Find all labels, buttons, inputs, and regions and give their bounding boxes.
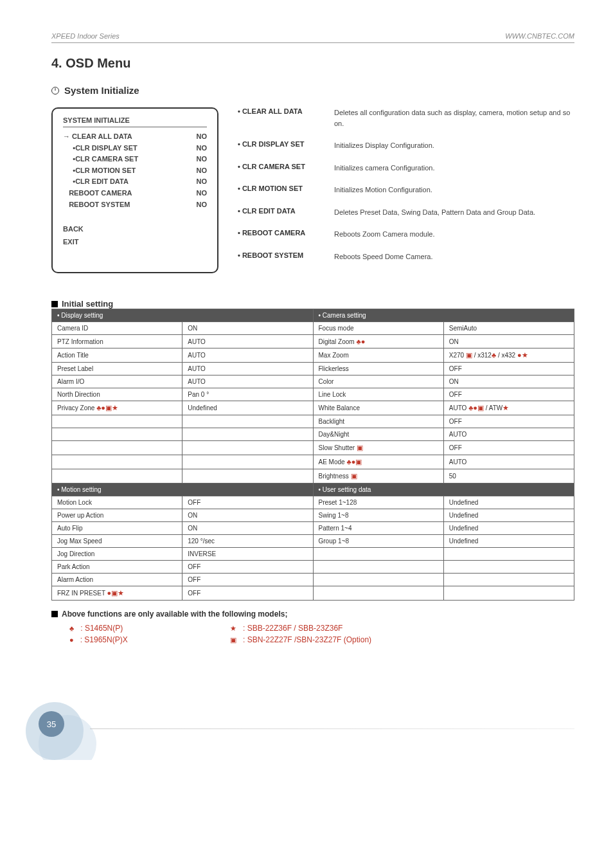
table-row: Alarm ActionOFF [52,574,574,586]
description-row: • CLEAR ALL DATADeletes all configuratio… [238,107,574,129]
table-row: North DirectionPan 0 °Line LockOFF [52,388,574,401]
osd-exit: EXIT [63,236,207,249]
table-row: Brightness ▣50 [52,469,574,484]
camera-header: • Camera setting [313,309,574,322]
osd-item: •CLR CAMERA SETNO [63,154,207,165]
osd-item: •CLR EDIT DATANO [63,176,207,188]
initial-setting-label: Initial setting [62,299,113,309]
osd-item: → CLEAR ALL DATANO [63,131,207,143]
motion-header: • Motion setting [52,484,314,496]
table-row: Park ActionOFF [52,561,574,574]
legend: ♣ : S1465N(P)★ : SBB-22Z36F / SBB-23Z36F… [69,624,574,644]
user-header: • User setting data [313,484,574,496]
description-row: • CLR EDIT DATADeletes Preset Data, Swin… [238,207,574,218]
section-title: System Initialize [51,85,574,96]
table-row: Preset LabelAUTOFlickerlessOFF [52,363,574,375]
page-header: XPEED Indoor Series WWW.CNBTEC.COM [51,32,574,43]
table-row: AE Mode ♣●▣AUTO [52,455,574,469]
page-title: 4. OSD Menu [51,56,574,71]
black-square-icon [51,301,58,307]
description-list: • CLEAR ALL DATADeletes all configuratio… [238,107,574,273]
osd-back: BACK [63,223,207,236]
osd-box-title: SYSTEM INITIALIZE [63,116,207,127]
table-row: Jog Max Speed120 °/secGroup 1~8Undefined [52,535,574,548]
section-label: System Initialize [64,85,139,96]
legend-row: ● : S1965N(P)X▣ : SBN-22Z27F /SBN-23Z27F… [69,635,574,644]
page-footer: 35 [51,702,574,741]
description-row: • CLR CAMERA SETInitializes camera Confi… [238,163,574,174]
table-row: BacklightOFF [52,415,574,428]
header-right: WWW.CNBTEC.COM [505,32,574,40]
osd-item: REBOOT SYSTEMNO [63,199,207,211]
table-row: Day&NightAUTO [52,428,574,441]
table-row: Action TitleAUTOMax ZoomX270 ▣ / x312♣ /… [52,348,574,363]
osd-item: •CLR MOTION SETNO [63,165,207,177]
description-row: • REBOOT CAMERAReboots Zoom Camera modul… [238,229,574,240]
legend-row: ♣ : S1465N(P)★ : SBB-22Z36F / SBB-23Z36F [69,624,574,633]
table-row: Motion LockOFFPreset 1~128Undefined [52,496,574,509]
footnote-text: Above functions are only available with … [62,610,287,619]
table-row: Privacy Zone ♣●▣★UndefinedWhite BalanceA… [52,401,574,415]
description-row: • REBOOT SYSTEMReboots Speed Dome Camera… [238,251,574,262]
table-row: Power up ActionONSwing 1~8Undefined [52,509,574,522]
table-row: FRZ IN PRESET ●▣★OFF [52,586,574,601]
initial-setting-title: Initial setting [51,299,574,309]
osd-item: •CLR DISPLAY SETNO [63,143,207,154]
black-square-icon [51,611,58,617]
initial-setting-table: • Display setting • Camera setting Camer… [51,309,574,601]
table-row: PTZ InformationAUTODigital Zoom ♣●ON [52,335,574,348]
display-header: • Display setting [52,309,314,322]
header-left: XPEED Indoor Series [51,32,120,40]
osd-box: SYSTEM INITIALIZE → CLEAR ALL DATANO •CL… [51,107,218,273]
description-row: • CLR MOTION SETInitializes Motion Confi… [238,185,574,195]
table-row: Slow Shutter ▣OFF [52,441,574,455]
description-row: • CLR DISPLAY SETInitializes Display Con… [238,140,574,151]
table-row: Camera IDONFocus modeSemiAuto [52,322,574,335]
table-row: Alarm I/OAUTOColorON [52,375,574,388]
page-number: 35 [39,711,64,737]
table-row: Jog DirectionINVERSE [52,548,574,561]
clock-icon [51,87,59,95]
osd-item: REBOOT CAMERANO [63,188,207,199]
footnote: Above functions are only available with … [51,610,574,619]
table-row: Auto FlipONPattern 1~4Undefined [52,522,574,535]
